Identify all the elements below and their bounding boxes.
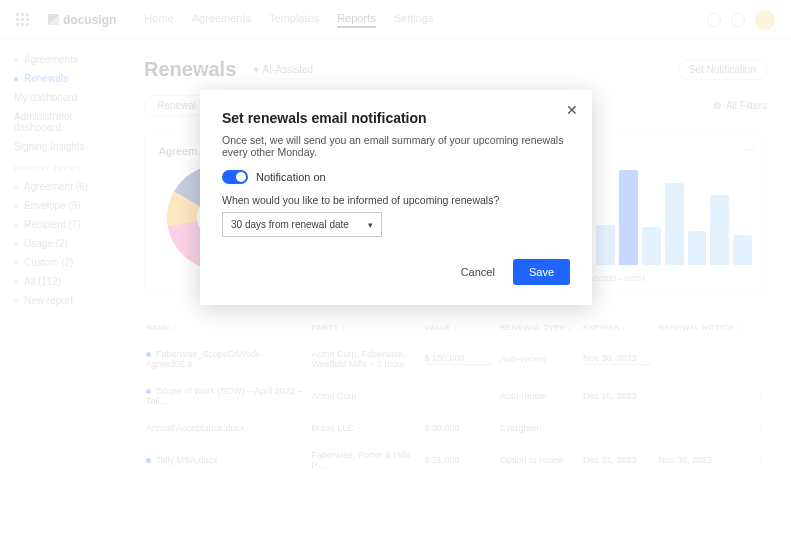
close-icon[interactable]: ✕ (566, 102, 578, 118)
cancel-button[interactable]: Cancel (453, 259, 503, 285)
renewal-lead-time-select[interactable]: 30 days from renewal date ▾ (222, 212, 382, 237)
chevron-down-icon: ▾ (368, 220, 373, 230)
modal-description: Once set, we will send you an email summ… (222, 134, 570, 158)
toggle-label: Notification on (256, 171, 326, 183)
save-button[interactable]: Save (513, 259, 570, 285)
modal-title: Set renewals email notification (222, 110, 570, 126)
modal-question: When would you like to be informed of up… (222, 194, 570, 206)
set-renewals-notification-modal: ✕ Set renewals email notification Once s… (200, 90, 592, 305)
notification-toggle[interactable] (222, 170, 248, 184)
